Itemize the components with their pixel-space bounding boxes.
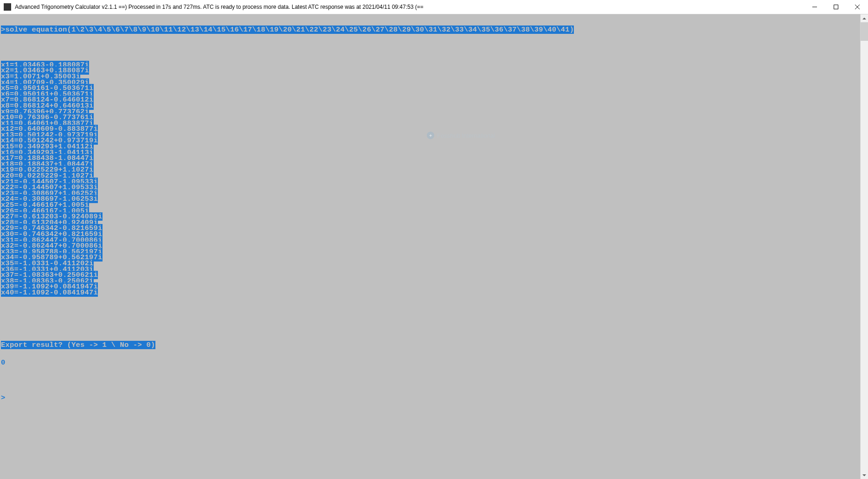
scroll-down-arrow-icon[interactable] — [861, 471, 868, 479]
console-result-line: x25=-0.466167+1.005i — [1, 202, 860, 208]
console-result-line: x10=0.76396-0.773761i — [1, 115, 860, 121]
console-result-line: x15=0.349293+1.04112i — [1, 144, 860, 150]
console-result-line: x24=-0.308697-1.06253i — [1, 196, 860, 202]
console-result-line: x28=-0.613204+0.92409i — [1, 220, 860, 226]
console-result-line: x26=-0.466167-1.005i — [1, 208, 860, 214]
export-prompt-line: Export result? (Yes -> 1 \ No -> 0) — [1, 342, 860, 348]
console-result-line: x36=-1.0331+0.411203i — [1, 267, 860, 273]
console-result-line: x40=-1.1092-0.0841947i — [1, 290, 860, 296]
console-result-line: x2=1.03463+0.188087i — [1, 68, 860, 74]
svg-marker-4 — [862, 18, 866, 19]
console-blank-line — [1, 45, 860, 51]
console-result-line: x13=0.501242-0.973719i — [1, 132, 860, 138]
scroll-thumb[interactable] — [861, 22, 868, 41]
maximize-button[interactable] — [825, 0, 847, 14]
svg-marker-5 — [862, 474, 866, 476]
console-result-line: x11=0.64061+0.883877i — [1, 121, 860, 127]
app-icon — [4, 3, 11, 11]
console-blank-line — [1, 307, 860, 313]
svg-rect-1 — [834, 5, 838, 9]
window-titlebar: Advanced Trigonometry Calculator v2.1.1 … — [0, 0, 868, 14]
minimize-button[interactable] — [804, 0, 825, 14]
console-result-line: x6=0.950161+0.503671i — [1, 91, 860, 97]
console-blank-line — [1, 377, 860, 383]
console-result-line: x9=0.76396+0.773762i — [1, 109, 860, 115]
console-result-line: x37=-1.08363+0.250621i — [1, 272, 860, 278]
console-result-line: x8=0.868124+0.646013i — [1, 103, 860, 109]
console-result-line: x32=-0.862447+0.700086i — [1, 243, 860, 249]
console-result-line: x38=-1.08363-0.25062i — [1, 278, 860, 284]
scroll-track[interactable] — [861, 22, 868, 471]
console-result-line: x12=0.640609-0.883877i — [1, 126, 860, 132]
console-result-line: x39=-1.1092+0.0841947i — [1, 284, 860, 290]
console-result-line: x21=-0.144507-1.09533i — [1, 179, 860, 185]
scroll-up-arrow-icon[interactable] — [861, 14, 868, 22]
window-controls — [804, 0, 868, 14]
console-blank-line — [1, 325, 860, 331]
console-result-line: x23=-0.308697+1.06252i — [1, 191, 860, 197]
console-result-line: x35=-1.0331-0.411202i — [1, 261, 860, 267]
console-result-line: x20=0.0225229-1.1027i — [1, 173, 860, 179]
console-result-line: x34=-0.958789+0.562197i — [1, 255, 860, 261]
console-result-line: x19=0.0225229+1.1027i — [1, 167, 860, 173]
console-result-line: x27=-0.613203-0.924089i — [1, 214, 860, 220]
console-result-line: x30=-0.746342+0.821659i — [1, 231, 860, 237]
console-result-line: x22=-0.144507+1.09533i — [1, 185, 860, 191]
console-prompt-line[interactable]: > — [1, 395, 860, 401]
console-command-line: >solve equation(1\2\3\4\5\6\7\8\9\10\11\… — [1, 27, 860, 33]
console-result-line: x16=0.349293-1.04113i — [1, 150, 860, 156]
export-answer-line: 0 — [1, 360, 860, 366]
console-area[interactable]: >solve equation(1\2\3\4\5\6\7\8\9\10\11\… — [0, 14, 868, 479]
console-result-line: x18=0.188437+1.08447i — [1, 161, 860, 167]
console-result-line: x5=0.950161-0.503671i — [1, 85, 860, 91]
console-result-line: x7=0.868124-0.646012i — [1, 97, 860, 103]
console-result-line: x29=-0.746342-0.821659i — [1, 225, 860, 231]
console-result-line: x14=0.501242+0.973719i — [1, 138, 860, 144]
console-result-line: x31=-0.862447-0.700086i — [1, 237, 860, 243]
window-title: Advanced Trigonometry Calculator v2.1.1 … — [15, 4, 804, 10]
console-results: x1=1.03463-0.188087ix2=1.03463+0.188087i… — [1, 62, 860, 296]
console-result-line: x17=0.188438-1.08447i — [1, 155, 860, 161]
console-result-line: x33=-0.958788-0.562197i — [1, 249, 860, 255]
console-content[interactable]: >solve equation(1\2\3\4\5\6\7\8\9\10\11\… — [0, 14, 860, 479]
vertical-scrollbar[interactable] — [860, 14, 868, 479]
console-result-line: x4=1.00709-0.350029i — [1, 80, 860, 86]
console-result-line: x3=1.0071+0.35003i — [1, 74, 860, 80]
close-button[interactable] — [847, 0, 868, 14]
console-result-line: x1=1.03463-0.188087i — [1, 62, 860, 68]
